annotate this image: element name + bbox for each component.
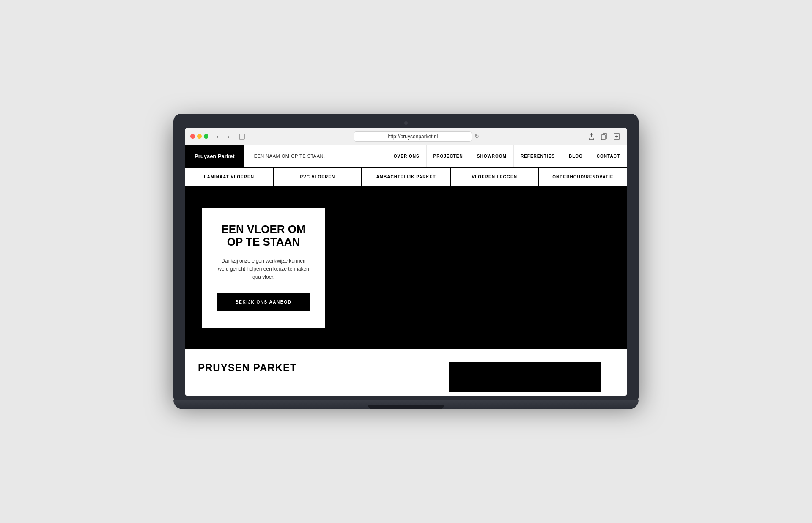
sub-nav-pvc[interactable]: PVC VLOEREN — [274, 168, 362, 186]
laptop-shell: ‹ › http://pruysenparket.nl ↻ — [173, 114, 639, 409]
browser-actions — [586, 131, 622, 142]
nav-over-ons[interactable]: OVER ONS — [387, 145, 426, 167]
sub-nav-vloeren[interactable]: VLOEREN LEGGEN — [451, 168, 539, 186]
screen: ‹ › http://pruysenparket.nl ↻ — [185, 128, 627, 396]
minimize-button[interactable] — [197, 134, 202, 139]
hero-text: Dankzij onze eigen werkwijze kunnen we u… — [217, 257, 310, 282]
nav-projecten[interactable]: PROJECTEN — [426, 145, 470, 167]
bottom-section: PRUYSEN PARKET — [185, 349, 627, 396]
hero-section: EEN VLOER OM OP TE STAAN Dankzij onze ei… — [185, 187, 627, 349]
bottom-image-placeholder — [449, 362, 601, 392]
back-button[interactable]: ‹ — [213, 132, 222, 141]
sub-nav: LAMINAAT VLOEREN PVC VLOEREN AMBACHTELIJ… — [185, 168, 627, 187]
close-button[interactable] — [190, 134, 195, 139]
nav-referenties[interactable]: REFERENTIES — [513, 145, 562, 167]
laptop-base — [173, 400, 639, 409]
sub-nav-parket[interactable]: AMBACHTELIJK PARKET — [362, 168, 450, 186]
hero-title: EEN VLOER OM OP TE STAAN — [217, 223, 310, 249]
address-bar-wrap: http://pruysenparket.nl ↻ — [251, 131, 582, 142]
share-button[interactable] — [586, 131, 596, 142]
nav-blog[interactable]: BLOG — [562, 145, 590, 167]
url-text: http://pruysenparket.nl — [388, 134, 438, 140]
website: Pruysen Parket EEN NAAM OM OP TE STAAN. … — [185, 145, 627, 396]
sidebar-toggle-button[interactable] — [237, 132, 247, 141]
screen-bezel: ‹ › http://pruysenparket.nl ↻ — [173, 114, 639, 400]
hero-card: EEN VLOER OM OP TE STAAN Dankzij onze ei… — [202, 208, 325, 328]
site-nav: Pruysen Parket EEN NAAM OM OP TE STAAN. … — [185, 145, 627, 168]
svg-rect-0 — [239, 134, 244, 139]
nav-contact[interactable]: CONTACT — [590, 145, 627, 167]
fullscreen-button[interactable] — [204, 134, 208, 139]
browser-chrome: ‹ › http://pruysenparket.nl ↻ — [185, 128, 627, 145]
site-logo[interactable]: Pruysen Parket — [185, 145, 244, 167]
site-tagline: EEN NAAM OM OP TE STAAN. — [244, 145, 335, 167]
traffic-lights — [190, 134, 208, 139]
nav-links: OVER ONS PROJECTEN SHOWROOM REFERENTIES … — [387, 145, 627, 167]
nav-buttons: ‹ › — [213, 132, 233, 141]
address-bar[interactable]: http://pruysenparket.nl — [354, 131, 472, 142]
hero-cta-button[interactable]: BEKIJK ONS AANBOD — [217, 293, 310, 311]
nav-showroom[interactable]: SHOWROOM — [470, 145, 513, 167]
sub-nav-onderhoud[interactable]: ONDERHOUD/RENOVATIE — [539, 168, 627, 186]
copy-button[interactable] — [599, 131, 609, 142]
forward-button[interactable]: › — [224, 132, 233, 141]
new-tab-button[interactable] — [612, 131, 622, 142]
sub-nav-laminaat[interactable]: LAMINAAT VLOEREN — [185, 168, 274, 186]
reload-icon[interactable]: ↻ — [475, 133, 479, 140]
camera — [404, 121, 408, 125]
svg-rect-2 — [601, 135, 605, 140]
bottom-brand: PRUYSEN PARKET — [198, 362, 297, 374]
